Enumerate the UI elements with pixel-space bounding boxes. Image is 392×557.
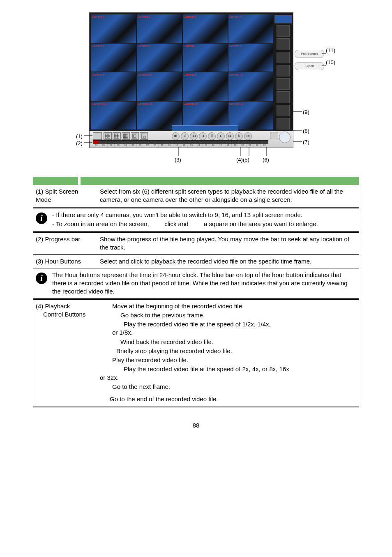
ctrl-desc: Go to the end of the recorded video file… bbox=[110, 395, 356, 403]
info-item: To zoom in an area on the screen, click … bbox=[52, 220, 318, 228]
callout-7: (7) bbox=[303, 139, 309, 146]
row-playback-controls: (4) Playback Control Buttons Move at the… bbox=[33, 300, 359, 407]
preview-dial-button[interactable] bbox=[279, 132, 291, 143]
timestamp-badge bbox=[172, 125, 238, 131]
skip-begin-button[interactable]: ⏮ bbox=[172, 132, 180, 140]
info-block-2: i The Hour buttons represent the time in… bbox=[33, 268, 359, 300]
hour-button[interactable]: 23 bbox=[261, 144, 268, 148]
info-block-1: i If there are only 4 cameras, you won't… bbox=[33, 207, 359, 233]
hour-button[interactable]: 03 bbox=[115, 144, 122, 148]
camera-tile: Camera 6 bbox=[137, 44, 182, 72]
hour-button[interactable]: 14 bbox=[195, 144, 203, 148]
hour-button[interactable]: 04 bbox=[122, 144, 129, 148]
ctrl-desc: Play the recorded video file at the spee… bbox=[112, 320, 356, 337]
strip-slot bbox=[277, 52, 290, 63]
playback-controls: ⏮ ◂Ⅰ ◂◂ ◂ Ⅱ ▸ ▸▸ Ⅰ▸ ⏭ bbox=[172, 132, 252, 140]
layout-1x1-button[interactable] bbox=[93, 132, 102, 140]
play-button[interactable]: ▸ bbox=[217, 132, 225, 140]
ctrl-desc: Briefly stop playing the recorded video … bbox=[116, 347, 356, 355]
camera-tile: Camera 4 bbox=[228, 14, 273, 43]
hour-button[interactable]: 21 bbox=[247, 144, 254, 148]
annotated-screenshot: Camera 1 Camera 2 Camera 3 Camera 4 Came… bbox=[65, 12, 327, 169]
hour-button[interactable]: 05 bbox=[129, 144, 137, 148]
split-screen-buttons bbox=[104, 132, 148, 140]
hour-button[interactable]: 17 bbox=[217, 144, 224, 148]
next-frame-button[interactable]: Ⅰ▸ bbox=[235, 132, 243, 140]
hour-button[interactable]: 09 bbox=[159, 144, 166, 148]
row-label: (3) Hour Buttons bbox=[36, 257, 93, 266]
fast-fwd-button[interactable]: ▸▸ bbox=[226, 132, 234, 140]
camera-tile: Camera 5 bbox=[91, 44, 136, 72]
camera-tile: Camera 8 bbox=[228, 44, 273, 72]
callout-45: (4)(5) bbox=[236, 156, 249, 164]
description-table: (1) Split Screen Mode Select from six (6… bbox=[33, 177, 359, 407]
callout-11: (11) bbox=[326, 47, 335, 54]
callout-8: (8) bbox=[303, 127, 309, 135]
hour-button[interactable]: 22 bbox=[254, 144, 261, 148]
leader-line bbox=[178, 147, 179, 156]
svg-rect-0 bbox=[105, 134, 107, 136]
row-progress-bar: (2) Progress bar Show the progress of th… bbox=[33, 233, 359, 255]
callout-2: (2) bbox=[76, 140, 83, 147]
split-3x3-button[interactable] bbox=[113, 132, 121, 140]
hour-button[interactable]: 10 bbox=[166, 144, 173, 148]
leader-line bbox=[266, 147, 267, 156]
svg-rect-4 bbox=[114, 134, 119, 139]
camera-tile: Camera 7 bbox=[183, 44, 228, 72]
hour-button[interactable]: 11 bbox=[173, 144, 181, 148]
hour-button[interactable]: 06 bbox=[137, 144, 144, 148]
hour-button[interactable]: 12 bbox=[180, 144, 188, 148]
export-pill[interactable]: Export bbox=[295, 62, 324, 70]
split-13-button[interactable] bbox=[131, 132, 139, 140]
split-2x2-button[interactable] bbox=[104, 132, 112, 140]
svg-rect-2 bbox=[105, 136, 107, 139]
hour-button[interactable]: 19 bbox=[232, 144, 239, 148]
info-text: The Hour buttons represent the time in 2… bbox=[52, 271, 356, 296]
hour-button[interactable]: 01 bbox=[100, 144, 108, 148]
row-label: (1) Split Screen Mode bbox=[36, 187, 93, 204]
hour-button[interactable]: 13 bbox=[188, 144, 195, 148]
hour-button[interactable]: 18 bbox=[224, 144, 232, 148]
leader-line bbox=[293, 111, 302, 112]
ctrl-desc: Move at the beginning of the recorded vi… bbox=[112, 302, 356, 310]
leader-line bbox=[293, 130, 302, 131]
table-header-bar bbox=[33, 177, 359, 185]
hour-button[interactable]: 02 bbox=[108, 144, 115, 148]
camera-tile: Camera 3 bbox=[183, 14, 228, 43]
hour-button[interactable]: 08 bbox=[151, 144, 159, 148]
hour-button[interactable]: 16 bbox=[210, 144, 217, 148]
camera-tile: Camera 10 bbox=[137, 72, 182, 101]
callout-9: (9) bbox=[303, 109, 309, 116]
strip-preview-top bbox=[274, 15, 292, 23]
leader-line bbox=[293, 141, 302, 142]
info-icon: i bbox=[36, 213, 47, 224]
row-body: Select from six (6) different split scre… bbox=[100, 187, 356, 204]
leader-line bbox=[322, 53, 326, 54]
info-list: If there are only 4 cameras, you won't b… bbox=[52, 211, 318, 229]
camera-tile: Camera 13 bbox=[91, 102, 136, 130]
slow-rewind-button[interactable]: ◂◂ bbox=[190, 132, 198, 140]
row-body: Move at the beginning of the recorded vi… bbox=[112, 302, 356, 404]
hour-button[interactable]: 07 bbox=[144, 144, 152, 148]
split-4x4-button[interactable] bbox=[122, 132, 130, 140]
segment-button[interactable] bbox=[270, 132, 278, 139]
svg-rect-19 bbox=[144, 136, 146, 138]
split-pip-button[interactable] bbox=[140, 132, 148, 140]
hour-button[interactable]: 00 bbox=[93, 144, 100, 148]
strip-slot bbox=[277, 25, 290, 37]
callout-10: (10) bbox=[326, 59, 335, 66]
skip-end-button[interactable]: ⏭ bbox=[244, 132, 252, 140]
info-icon: i bbox=[36, 273, 47, 284]
strip-slot bbox=[277, 105, 290, 116]
pause-button[interactable]: Ⅱ bbox=[208, 132, 216, 140]
app-window: Camera 1 Camera 2 Camera 3 Camera 4 Came… bbox=[89, 12, 293, 148]
info-item: If there are only 4 cameras, you won't b… bbox=[52, 211, 318, 219]
strip-slot bbox=[277, 38, 290, 50]
hour-button[interactable]: 15 bbox=[203, 144, 210, 148]
fullscreen-pill[interactable]: Full Screen bbox=[295, 50, 324, 58]
callout-1: (1) bbox=[76, 133, 83, 140]
prev-frame-button[interactable]: ◂Ⅰ bbox=[181, 132, 189, 140]
rewind-button[interactable]: ◂ bbox=[199, 132, 207, 140]
ctrl-desc: Play the recorded video file. bbox=[112, 356, 356, 364]
camera-tile: Camera 11 bbox=[183, 72, 228, 101]
